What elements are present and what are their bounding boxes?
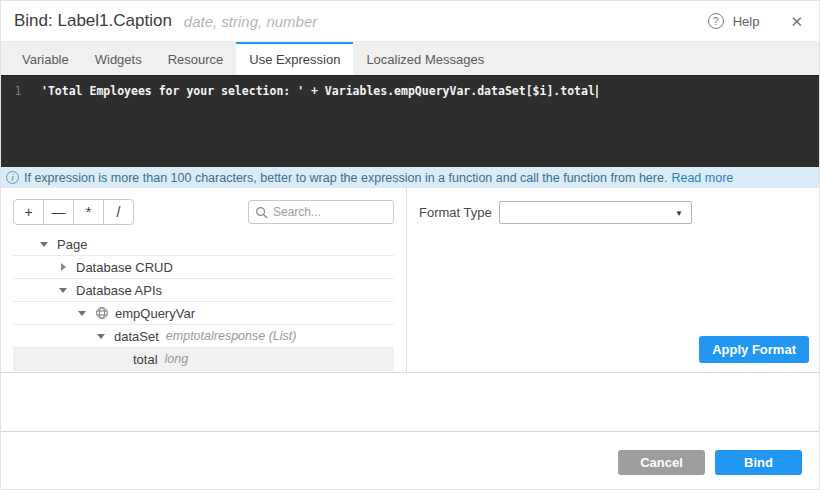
spacer <box>1 373 819 431</box>
search-icon <box>255 206 268 219</box>
tree-node-type: emptotalresponse (List) <box>166 329 297 343</box>
caret-expanded-icon[interactable] <box>39 239 49 249</box>
chevron-down-icon: ▼ <box>675 209 683 218</box>
caret-expanded-icon[interactable] <box>58 285 68 295</box>
tree-node-type: long <box>165 352 189 366</box>
bind-dialog: Bind: Label1.Caption date, string, numbe… <box>0 0 820 490</box>
format-type-label: Format Type <box>419 205 499 220</box>
tab-variable[interactable]: Variable <box>9 42 82 75</box>
tree-pane: +—*/ PageDatabase CRUDDatabase APIsempQu… <box>1 188 407 372</box>
tree-node-total[interactable]: totallong <box>13 348 394 371</box>
tree-node-label: empQueryVar <box>115 306 195 321</box>
operator-divide-button[interactable]: / <box>103 199 134 225</box>
text-cursor <box>596 85 598 98</box>
line-number: 1 <box>1 84 35 98</box>
tree-node-label: Database CRUD <box>76 260 173 275</box>
dialog-header: Bind: Label1.Caption date, string, numbe… <box>1 1 819 41</box>
tab-widgets[interactable]: Widgets <box>82 42 155 75</box>
close-icon[interactable]: ✕ <box>790 14 803 29</box>
cancel-button[interactable]: Cancel <box>618 450 705 475</box>
read-more-link[interactable]: Read more <box>671 171 733 185</box>
help-icon[interactable]: ? <box>708 13 724 29</box>
operator-minus-button[interactable]: — <box>43 199 74 225</box>
tree-node-label: Database APIs <box>76 283 162 298</box>
expression-editor[interactable]: 1 'Total Employees for your selection: '… <box>1 75 819 167</box>
service-variable-icon <box>95 306 109 320</box>
tab-bar: VariableWidgetsResourceUse ExpressionLoc… <box>1 41 819 75</box>
tab-localized-messages[interactable]: Localized Messages <box>353 42 497 75</box>
variable-tree: PageDatabase CRUDDatabase APIsempQueryVa… <box>13 233 394 371</box>
format-type-row: Format Type ▼ <box>419 201 803 224</box>
main-area: +—*/ PageDatabase CRUDDatabase APIsempQu… <box>1 188 819 373</box>
dialog-title: Bind: Label1.Caption <box>14 11 172 31</box>
tree-node-database-crud[interactable]: Database CRUD <box>13 256 394 279</box>
search-box[interactable] <box>248 200 394 224</box>
tree-node-label: Page <box>57 237 87 252</box>
search-input[interactable] <box>273 205 387 219</box>
operator-plus-button[interactable]: + <box>13 199 44 225</box>
dialog-footer: Cancel Bind <box>1 431 819 490</box>
tree-node-label: total <box>133 352 158 367</box>
code-line: 1 'Total Employees for your selection: '… <box>1 84 819 98</box>
caret-expanded-icon[interactable] <box>77 308 87 318</box>
bind-button[interactable]: Bind <box>715 450 802 475</box>
apply-format-button[interactable]: Apply Format <box>699 336 809 363</box>
help-link[interactable]: Help <box>733 14 760 29</box>
info-bar: i If expression is more than 100 charact… <box>1 167 819 188</box>
caret-expanded-icon[interactable] <box>96 331 106 341</box>
operator-group: +—*/ <box>13 199 134 225</box>
tab-use-expression[interactable]: Use Expression <box>236 42 353 75</box>
tree-node-dataset[interactable]: dataSetemptotalresponse (List) <box>13 325 394 348</box>
expression-code[interactable]: 'Total Employees for your selection: ' +… <box>41 84 595 98</box>
tree-node-empqueryvar[interactable]: empQueryVar <box>13 302 394 325</box>
dialog-subtitle: date, string, number <box>184 13 317 30</box>
info-icon: i <box>6 171 19 184</box>
tree-node-database-apis[interactable]: Database APIs <box>13 279 394 302</box>
tree-toolbar: +—*/ <box>13 199 394 225</box>
tree-node-label: dataSet <box>114 329 159 344</box>
tree-node-page[interactable]: Page <box>13 233 394 256</box>
operator-multiply-button[interactable]: * <box>73 199 104 225</box>
caret-collapsed-icon[interactable] <box>58 262 68 272</box>
format-type-select[interactable]: ▼ <box>499 201 692 224</box>
format-pane: Format Type ▼ Apply Format <box>407 188 819 372</box>
tab-resource[interactable]: Resource <box>155 42 237 75</box>
caret-spacer <box>115 354 125 364</box>
info-text: If expression is more than 100 character… <box>24 171 667 185</box>
